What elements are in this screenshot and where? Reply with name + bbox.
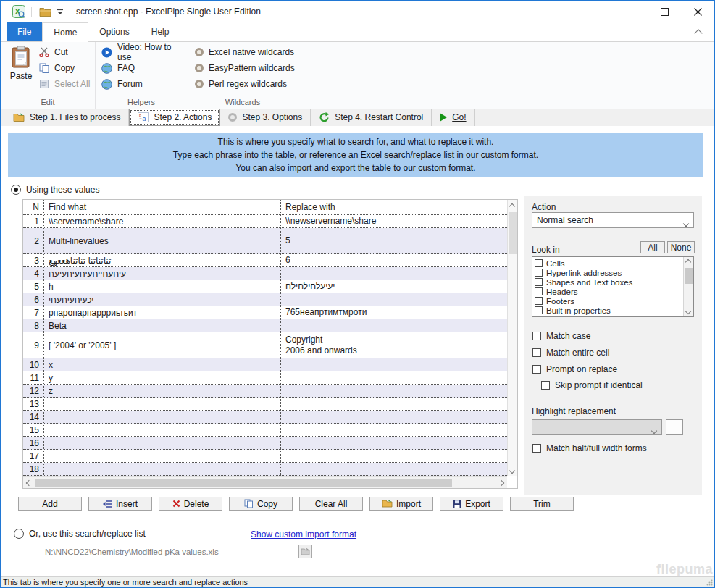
find-cell[interactable]: рпаропарпаррриьтьит: [43, 306, 280, 319]
delete-button[interactable]: D̲elete: [159, 497, 222, 511]
replace-cell[interactable]: [280, 424, 507, 436]
export-button[interactable]: Export: [440, 497, 503, 511]
find-cell[interactable]: Multi-linevalues: [43, 228, 280, 253]
tab-file[interactable]: File: [7, 22, 42, 41]
scrollbar-thumb[interactable]: [509, 212, 517, 254]
tab-options[interactable]: Options: [88, 22, 140, 41]
add-button[interactable]: A̲dd: [18, 497, 82, 511]
replace-cell[interactable]: 765неапртимтмроти: [280, 306, 507, 319]
scroll-up-icon[interactable]: [510, 204, 514, 209]
replace-cell[interactable]: [280, 358, 507, 371]
using-these-values-radio[interactable]: Using these values: [11, 185, 99, 195]
checkbox-icon[interactable]: [535, 287, 543, 295]
minimize-button[interactable]: [614, 1, 648, 22]
browse-button[interactable]: [298, 545, 312, 558]
scroll-up-icon[interactable]: [686, 260, 690, 264]
table-horizontal-scrollbar[interactable]: [23, 476, 507, 488]
none-button[interactable]: None: [667, 241, 695, 253]
find-cell[interactable]: עיחעחייחעיחעיחעיעח: [43, 267, 280, 280]
scroll-down-icon[interactable]: [686, 309, 690, 314]
radio-selected-icon[interactable]: [11, 185, 21, 195]
checkbox-icon[interactable]: [535, 259, 543, 267]
select-all-button[interactable]: Select All: [39, 78, 90, 90]
find-cell[interactable]: تناتناتنا تناتناهعغهع: [43, 254, 280, 266]
close-button[interactable]: [681, 1, 714, 22]
match-half-full-checkbox[interactable]: Match half/full width forms: [532, 443, 647, 453]
find-cell[interactable]: [43, 411, 280, 423]
find-cell[interactable]: [43, 437, 280, 449]
go-tab[interactable]: Go!: [432, 109, 474, 126]
scroll-left-icon[interactable]: [27, 481, 31, 485]
replace-cell[interactable]: [280, 450, 507, 462]
checkbox-icon[interactable]: [532, 348, 541, 357]
find-cell[interactable]: [ '2004' or '2005' ]: [43, 332, 280, 358]
import-button[interactable]: Import: [369, 497, 433, 511]
replace-cell[interactable]: [280, 385, 507, 397]
use-search-replace-list-radio[interactable]: Or, use this search/replace list: [14, 529, 146, 539]
find-cell[interactable]: z: [43, 385, 280, 397]
scroll-down-icon[interactable]: [510, 469, 514, 473]
paste-button[interactable]: Paste: [7, 46, 35, 92]
all-button[interactable]: All: [640, 241, 665, 253]
skip-prompt-checkbox[interactable]: Skip prompt if identical: [541, 380, 643, 390]
checkbox-icon[interactable]: [535, 297, 543, 305]
maximize-button[interactable]: [648, 1, 681, 22]
scrollbar-thumb[interactable]: [35, 479, 452, 487]
tab-home[interactable]: Home: [42, 22, 88, 42]
replace-cell[interactable]: 5: [280, 228, 507, 253]
forum-button[interactable]: Forum: [101, 78, 188, 90]
replace-cell[interactable]: 6: [280, 254, 507, 266]
checkbox-icon[interactable]: [532, 365, 541, 374]
replace-cell[interactable]: [280, 267, 507, 280]
look-in-item-hyperlinks[interactable]: Hyperlink addresses: [532, 268, 693, 277]
checkbox-icon[interactable]: [535, 278, 543, 286]
find-cell[interactable]: y: [43, 371, 280, 384]
replace-cell[interactable]: יעיעלחילחילח: [280, 280, 507, 293]
action-dropdown[interactable]: Normal search: [532, 212, 694, 228]
match-entire-cell-checkbox[interactable]: Match entire cell: [532, 348, 609, 358]
match-case-checkbox[interactable]: Match case: [532, 331, 590, 341]
find-cell[interactable]: יכעיחעיחעחי: [43, 293, 280, 306]
replace-cell[interactable]: [280, 437, 507, 449]
replace-cell[interactable]: \\newservername\share: [280, 215, 507, 227]
checkbox-icon[interactable]: [535, 316, 543, 317]
trim-button[interactable]: Trim: [510, 497, 574, 511]
find-cell[interactable]: Beta: [43, 319, 280, 332]
copy-button[interactable]: Copy: [39, 62, 90, 74]
look-in-item-partial[interactable]: [532, 315, 693, 317]
replace-cell[interactable]: [280, 293, 507, 306]
replace-cell[interactable]: [280, 371, 507, 384]
look-in-scrollbar[interactable]: [683, 257, 693, 316]
find-cell[interactable]: h: [43, 280, 280, 293]
show-custom-import-format-link[interactable]: Show custom import format: [251, 529, 356, 539]
ribbon-collapse-icon[interactable]: [695, 28, 701, 38]
step1-files-tab[interactable]: Step 1̲. Files to process: [5, 109, 129, 126]
look-in-item-builtin-properties[interactable]: Built in properties: [532, 306, 693, 315]
cut-button[interactable]: Cut: [39, 46, 90, 58]
easypattern-wildcards-button[interactable]: EasyPattern wildcards: [195, 62, 295, 74]
insert-button[interactable]: I̲nsert: [88, 497, 152, 511]
find-cell[interactable]: [43, 398, 280, 410]
replace-cell[interactable]: [280, 398, 507, 410]
search-replace-list-path-field[interactable]: N:\NNCD22\Chemistry\Modified pKa values.…: [41, 545, 298, 558]
clear-all-button[interactable]: Cl̲ear All: [299, 497, 363, 511]
look-in-item-shapes[interactable]: Shapes and Text boxes: [532, 277, 693, 287]
faq-button[interactable]: FAQ: [101, 62, 188, 74]
replace-cell[interactable]: [280, 463, 507, 475]
replace-cell[interactable]: Copyright 2006 and onwards: [280, 332, 507, 358]
highlight-replacement-dropdown[interactable]: [532, 419, 662, 435]
replace-cell[interactable]: [280, 411, 507, 423]
step3-options-tab[interactable]: Step 3̲. Options: [220, 109, 311, 126]
find-cell[interactable]: \\servername\share: [43, 215, 280, 227]
checkbox-icon[interactable]: [535, 306, 543, 314]
step2-actions-tab[interactable]: ba Step 2̲. Actions: [129, 109, 220, 126]
table-vertical-scrollbar[interactable]: [507, 200, 517, 476]
copy-row-button[interactable]: C̲opy: [229, 497, 293, 511]
radio-unselected-icon[interactable]: [14, 529, 24, 539]
look-in-item-footers[interactable]: Footers: [532, 296, 693, 306]
checkbox-icon[interactable]: [532, 332, 541, 340]
tab-help[interactable]: Help: [141, 22, 180, 41]
scrollbar-thumb[interactable]: [685, 268, 693, 284]
scroll-right-icon[interactable]: [499, 481, 503, 485]
prompt-on-replace-checkbox[interactable]: Prompt on replace: [532, 364, 617, 374]
